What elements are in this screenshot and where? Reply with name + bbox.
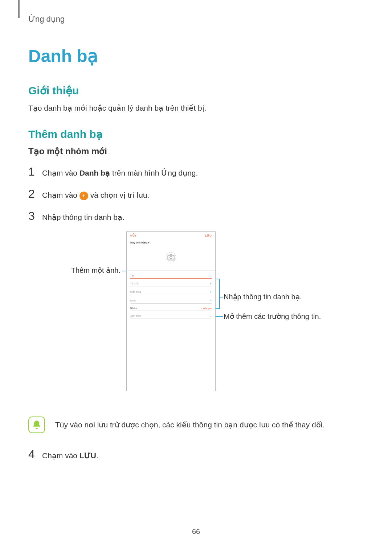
callout-add-photo: Thêm một ảnh. [56, 266, 121, 275]
svg-point-1 [170, 257, 172, 259]
step-1: 1 Chạm vào Danh bạ trên màn hình Ứng dụn… [28, 165, 364, 178]
subheading-create-group: Tạo một nhóm mới [28, 146, 364, 156]
mock-photo-row [127, 245, 215, 271]
svg-rect-0 [168, 255, 174, 260]
page-number: 66 [0, 528, 392, 536]
mock-field-org: Tổ chức+ [130, 281, 212, 287]
plus-circle-icon: + [79, 192, 88, 200]
text: và chọn vị trí lưu. [88, 191, 150, 199]
callout-enter-info: Nhập thông tin danh bạ. [224, 292, 302, 301]
heading-add-contact: Thêm danh bạ [28, 128, 364, 140]
steps-list-cont: 4 Chạm vào LƯU. [28, 448, 364, 461]
plus-icon: + [210, 290, 212, 294]
step-text: Chạm vào LƯU. [42, 450, 98, 461]
step-text: Chạm vào Danh bạ trên màn hình Ứng dụng. [42, 168, 198, 178]
mock-top-bar: HỦY LƯU [127, 232, 215, 239]
plus-icon: + [210, 299, 212, 302]
intro-text: Tạo danh bạ mới hoặc quản lý danh bạ trê… [28, 103, 364, 113]
bold-text: Danh bạ [79, 169, 110, 177]
mock-field-name: Tên⌄ [130, 273, 212, 279]
mock-save-button: LƯU [205, 234, 212, 237]
page-content: Ứng dụng Danh bạ Giới thiệu Tạo danh bạ … [0, 0, 392, 461]
text: trên màn hình Ứng dụng. [110, 169, 198, 177]
mock-screen: HỦY LƯU Máy tính bảng Tên⌄ Tổ chức+ Điện… [126, 231, 216, 391]
bold-text: LƯU [79, 451, 96, 460]
steps-list: 1 Chạm vào Danh bạ trên màn hình Ứng dụn… [28, 165, 364, 223]
bell-icon [28, 416, 45, 433]
step-number: 4 [28, 448, 42, 461]
step-3: 3 Nhập thông tin danh bạ. [28, 209, 364, 223]
mock-field-group: NhómChưa gán [130, 306, 212, 311]
step-number: 2 [28, 187, 42, 201]
text: Chạm vào [42, 451, 79, 460]
callout-line [219, 297, 223, 297]
callout-line [216, 316, 223, 317]
step-2: 2 Chạm vào + và chọn vị trí lưu. [28, 187, 364, 201]
page-tab-marker [18, 0, 20, 18]
mock-cancel-button: HỦY [130, 234, 136, 237]
step-number: 1 [28, 165, 42, 178]
plus-icon: + [210, 282, 212, 286]
section-title: Danh bạ [28, 46, 364, 66]
mock-screenshot: HỦY LƯU Máy tính bảng Tên⌄ Tổ chức+ Điện… [126, 231, 216, 391]
camera-icon [166, 252, 176, 262]
callout-line [219, 279, 220, 308]
heading-intro: Giới thiệu [28, 84, 364, 97]
callout-line [216, 308, 220, 309]
step-4: 4 Chạm vào LƯU. [28, 448, 364, 461]
chevron-down-icon: ⌄ [209, 274, 212, 277]
step-text: Nhập thông tin danh bạ. [42, 212, 124, 222]
text: . [96, 451, 98, 460]
step-number: 3 [28, 209, 42, 223]
chevron-down-icon: ⌄ [209, 314, 212, 317]
mock-field-more: Xem thêm⌄ [130, 313, 212, 319]
figure-area: Thêm một ảnh. HỦY LƯU Máy tính bảng Tên⌄… [28, 231, 364, 398]
mock-field-phone: Điện thoại+ [130, 289, 212, 295]
text: Chạm vào [42, 169, 79, 177]
note-text: Tùy vào nơi lưu trữ được chọn, các kiểu … [55, 416, 324, 430]
breadcrumb: Ứng dụng [28, 15, 364, 24]
mock-storage-dropdown: Máy tính bảng [127, 239, 215, 245]
callout-more-fields: Mở thêm các trường thông tin. [224, 312, 321, 321]
mock-field-email: Email+ [130, 297, 212, 304]
step-text: Chạm vào + và chọn vị trí lưu. [42, 190, 149, 200]
note-row: Tùy vào nơi lưu trữ được chọn, các kiểu … [28, 416, 364, 433]
text: Chạm vào [42, 191, 79, 199]
